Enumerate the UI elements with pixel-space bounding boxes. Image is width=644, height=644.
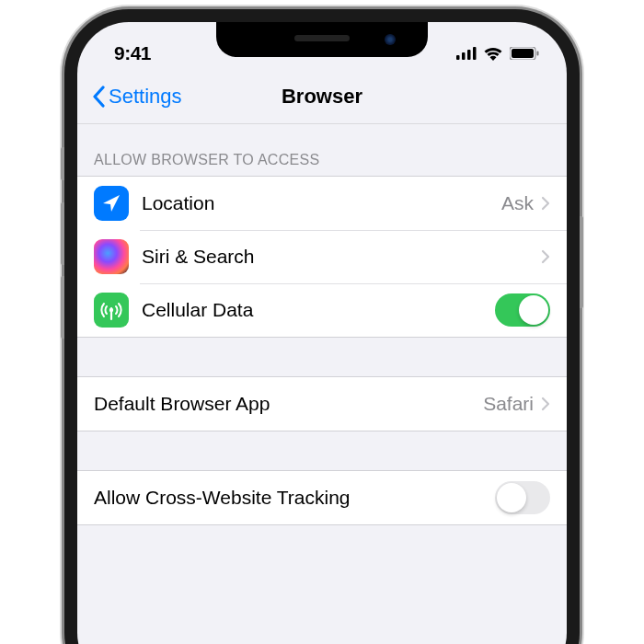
phone-frame: 9:41 Settings Browser Allow Browser to A… bbox=[64, 9, 580, 644]
svg-rect-0 bbox=[456, 55, 460, 60]
wifi-icon bbox=[483, 46, 503, 61]
access-list: Location Ask Siri & Search Cellular Data bbox=[77, 176, 567, 338]
cellular-icon bbox=[94, 293, 129, 328]
volume-down bbox=[61, 276, 64, 339]
status-time: 9:41 bbox=[114, 42, 151, 64]
section-spacer bbox=[77, 431, 567, 470]
cellular-toggle[interactable] bbox=[495, 293, 550, 327]
mute-switch bbox=[61, 147, 64, 180]
row-siri[interactable]: Siri & Search bbox=[77, 230, 567, 283]
cellular-label: Cellular Data bbox=[142, 299, 495, 321]
svg-rect-6 bbox=[537, 52, 539, 56]
row-cellular: Cellular Data bbox=[77, 283, 567, 337]
section-header-access: Allow Browser to Access bbox=[77, 124, 567, 176]
chevron-right-icon bbox=[541, 249, 550, 264]
nav-bar: Settings Browser bbox=[77, 68, 567, 124]
location-label: Location bbox=[142, 192, 501, 214]
volume-up bbox=[61, 202, 64, 265]
default-browser-label: Default Browser App bbox=[94, 393, 483, 415]
svg-rect-1 bbox=[462, 52, 466, 60]
row-location[interactable]: Location Ask bbox=[77, 177, 567, 230]
battery-icon bbox=[510, 47, 539, 60]
tracking-list: Allow Cross-Website Tracking bbox=[77, 470, 567, 525]
siri-label: Siri & Search bbox=[142, 246, 541, 268]
default-list: Default Browser App Safari bbox=[77, 376, 567, 431]
siri-icon bbox=[94, 239, 129, 274]
section-spacer bbox=[77, 338, 567, 376]
power-button bbox=[580, 216, 583, 308]
status-indicators bbox=[456, 46, 539, 61]
chevron-left-icon bbox=[92, 86, 105, 108]
tracking-label: Allow Cross-Website Tracking bbox=[94, 487, 495, 509]
chevron-right-icon bbox=[541, 196, 550, 211]
location-value: Ask bbox=[501, 192, 534, 214]
speaker-grille bbox=[294, 35, 350, 41]
cellular-signal-icon bbox=[456, 47, 477, 60]
svg-rect-2 bbox=[467, 50, 471, 60]
notch bbox=[216, 22, 428, 57]
back-button[interactable]: Settings bbox=[92, 85, 182, 109]
chevron-right-icon bbox=[541, 397, 550, 411]
svg-rect-3 bbox=[473, 47, 477, 60]
row-default-browser[interactable]: Default Browser App Safari bbox=[77, 377, 567, 431]
screen: 9:41 Settings Browser Allow Browser to A… bbox=[77, 22, 567, 644]
toggle-knob bbox=[519, 295, 548, 325]
location-icon bbox=[94, 186, 129, 221]
row-cross-site-tracking: Allow Cross-Website Tracking bbox=[77, 471, 567, 524]
svg-rect-5 bbox=[512, 49, 534, 58]
front-camera bbox=[385, 34, 396, 45]
tracking-toggle[interactable] bbox=[495, 481, 550, 514]
default-browser-value: Safari bbox=[483, 393, 534, 415]
back-label: Settings bbox=[109, 85, 182, 109]
toggle-knob bbox=[497, 483, 526, 512]
